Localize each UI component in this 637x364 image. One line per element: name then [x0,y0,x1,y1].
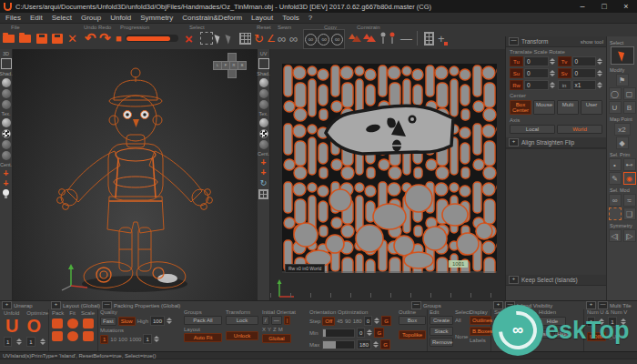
tu-field[interactable]: 0 [524,56,549,66]
cut-icon[interactable]: ∞ [289,30,298,46]
su-field[interactable]: 0 [524,68,549,78]
menu-constrain-deform[interactable]: Constrain&Deform [182,14,242,22]
straighten-icon[interactable]: — [400,30,412,46]
marquee-select-icon[interactable] [200,30,213,46]
rw-field[interactable]: 0 [524,80,549,90]
keep-select-header[interactable]: + Keep Select (Islands) [506,275,606,286]
shaded-sphere-icon[interactable] [2,78,11,87]
outline-topolike-button[interactable]: Topolike [399,330,426,339]
udim-button[interactable]: UDIM [587,332,606,341]
axis-y-button[interactable]: Y [268,327,271,332]
menu-group[interactable]: Group [81,14,101,22]
multi-tile-header[interactable]: +—Multi Tile [586,301,632,309]
quality-fast-button[interactable]: Fast [100,317,116,326]
display-labels-button[interactable]: Labels [470,338,491,343]
x2-button[interactable]: x2 [614,123,631,136]
add-constraint-icon[interactable]: + [438,30,445,46]
rect-select-icon[interactable] [609,207,622,220]
num-u-value[interactable]: 1 [587,317,595,327]
shield-icon[interactable]: ◆ [616,136,629,149]
isol-3d-button[interactable]: Isol 3D [494,329,521,339]
mutation-100-button[interactable]: 100 [118,337,127,342]
save-as-icon[interactable] [52,30,63,46]
texel-grid-icon[interactable] [424,30,434,46]
lock-button[interactable]: Lock [226,316,258,325]
flag-tool-icon[interactable]: ⚑ [616,74,629,86]
center-all-icon[interactable]: + [4,179,9,187]
axis-z-button[interactable]: Z [273,327,277,332]
uv-shaded-icon[interactable] [259,78,268,87]
center-user-button[interactable]: User [581,100,602,115]
step-off-button[interactable]: Off [322,317,335,326]
optimize-button[interactable]: O [26,317,41,335]
num-v-spinner[interactable] [621,318,626,325]
angle-icon[interactable]: ∠ [267,30,276,46]
rw-spinner[interactable] [550,82,555,88]
cursor-off-icon[interactable] [227,30,231,46]
weld-icon[interactable]: ∞ [278,30,286,46]
in-spinner[interactable] [597,82,602,88]
axis-world-button[interactable]: World [557,125,602,134]
align-panel-header[interactable]: + Align Straighten Flip [506,137,606,148]
uv-checker-tex-icon[interactable] [259,129,268,138]
step-45-button[interactable]: 45 [337,318,343,324]
glasses-icon[interactable]: ∞ [609,194,622,207]
max-g-button[interactable]: G [380,339,390,349]
uv-center-all-icon[interactable]: + [261,168,267,177]
unfold-spinner[interactable] [16,337,22,347]
viewport-uv[interactable]: Rw x0 in0 World 1001 [270,49,505,300]
square-tool-icon[interactable]: ▢ [623,87,636,100]
uv-rotate-icon[interactable]: ↻ [260,178,268,187]
min-spinner[interactable] [367,329,372,336]
cursor-select-icon[interactable] [216,30,220,46]
step-spinner[interactable] [374,318,379,324]
scale-button[interactable] [83,318,94,329]
island-prim-icon[interactable]: ◉ [623,172,636,185]
num-u-spinner[interactable] [599,318,604,325]
tv-field[interactable]: 0 [572,56,597,66]
viewportuv-tab[interactable]: UV [260,51,268,56]
reset-view-icon[interactable]: ↻ [254,30,264,46]
menu-edit[interactable]: Edit [30,14,43,22]
maximize-viewport-icon[interactable] [1,58,12,69]
viewcube-bottom[interactable] [228,69,237,78]
uv-center-selection-icon[interactable]: + [261,158,267,167]
menu-tools[interactable]: Tools [282,14,299,22]
scale-alt-button[interactable] [83,331,94,341]
collapse-icon[interactable]: — [509,37,519,46]
global-button[interactable]: Global [262,334,291,343]
num-v-value[interactable]: 1 [608,317,616,327]
u-v-button[interactable]: _U_V [609,334,622,339]
axis-local-button[interactable]: Local [510,125,555,134]
tu-spinner[interactable] [550,58,555,65]
auto-fit-button[interactable]: Auto Fit [184,333,222,342]
point-prim-icon[interactable]: • [609,158,622,171]
sew-move-icon[interactable]: ∞ [318,34,329,46]
checker-texture-icon[interactable] [2,129,11,138]
light-icon[interactable] [3,189,9,196]
flat-sphere-icon[interactable] [2,100,11,109]
clear-selection-icon[interactable]: × [185,30,193,46]
step-180-button[interactable]: 180 [353,318,362,324]
select-all-button[interactable]: All [455,318,470,323]
polygon-prim-icon[interactable]: ✎ [609,172,622,185]
show-button[interactable]: Show [494,317,521,326]
viewcube-back[interactable]: B [238,61,247,70]
fit-alt-button[interactable] [67,331,78,341]
mutation-1-button[interactable]: 1 [100,335,108,344]
uv-flat-icon[interactable] [259,100,268,109]
select-tool-button[interactable] [611,46,634,65]
table-grid-icon[interactable] [239,30,251,46]
step-g-button[interactable]: G [381,316,391,326]
copy-uv-icon[interactable] [349,30,361,46]
mutation-value[interactable]: 1 [143,334,151,344]
bubble-select-icon[interactable]: ❑ [623,207,636,220]
min-value[interactable]: 0 [357,328,365,338]
wave-select-icon[interactable]: ≈ [623,194,636,207]
center-mouse-button[interactable]: Mouse [533,100,555,115]
layout-header[interactable]: +Layout (Global) [51,301,100,309]
mutation-10-button[interactable]: 10 [110,337,116,342]
axis-x-button[interactable]: X [262,327,266,332]
mutation-1000-button[interactable]: 1000 [129,337,141,342]
display-outlines-button[interactable]: Outlines [470,316,491,325]
